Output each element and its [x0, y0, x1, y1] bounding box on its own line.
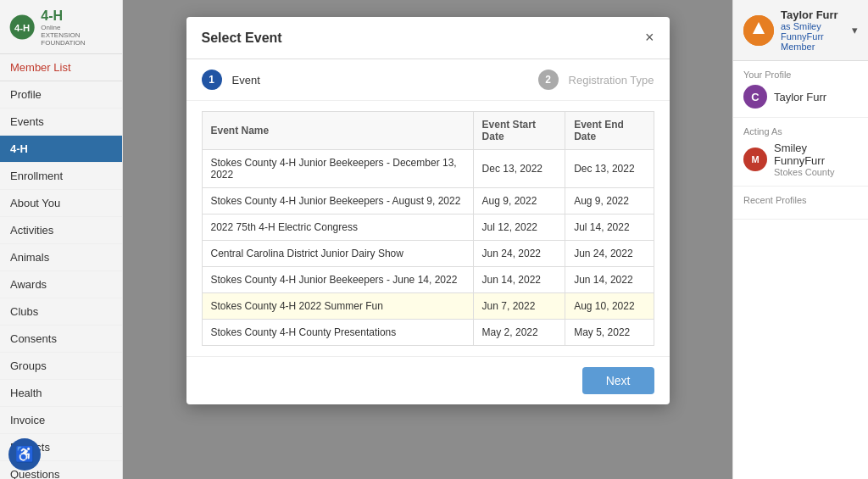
sidebar-item-clubs[interactable]: Clubs: [0, 298, 122, 326]
acting-county: Stokes County: [774, 167, 858, 177]
member-list-link[interactable]: Member List: [0, 54, 122, 81]
step1-label: Event: [232, 74, 260, 86]
next-button[interactable]: Next: [582, 367, 654, 394]
sidebar-item-profile[interactable]: Profile: [0, 81, 122, 109]
col-end-date: Event End Date: [565, 112, 654, 150]
modal-close-button[interactable]: ×: [645, 29, 654, 47]
right-panel-header: Taylor Furr as Smiley FunnyFurr Member ▾: [733, 0, 868, 61]
sidebar-item-events[interactable]: Events: [0, 109, 122, 136]
acting-as-section: Acting As M Smiley FunnyFurr Stokes Coun…: [733, 118, 868, 187]
logo-name: 4-H: [41, 8, 114, 24]
sidebar-item-invoice[interactable]: Invoice: [0, 407, 122, 434]
dropdown-arrow-icon[interactable]: ▾: [852, 24, 858, 36]
svg-text:4‑H: 4‑H: [14, 23, 30, 33]
events-table: Event Name Event Start Date Event End Da…: [202, 111, 654, 346]
right-panel: Taylor Furr as Smiley FunnyFurr Member ▾…: [732, 0, 868, 479]
col-event-name: Event Name: [202, 112, 473, 150]
main-content: Select Event × 1 Event 2 Registration Ty…: [123, 0, 732, 479]
acting-avatar: M: [743, 148, 767, 171]
user-name: Taylor Furr: [781, 8, 845, 21]
sidebar-item-4h[interactable]: 4-H: [0, 136, 122, 163]
table-row[interactable]: 2022 75th 4-H Electric CongressJul 12, 2…: [202, 214, 654, 241]
profile-name: Taylor Furr: [774, 91, 826, 103]
profile-avatar: C: [743, 85, 767, 109]
accessibility-button[interactable]: ♿: [8, 438, 41, 471]
sidebar-item-activities[interactable]: Activities: [0, 217, 122, 244]
select-event-modal: Select Event × 1 Event 2 Registration Ty…: [186, 17, 670, 404]
acting-name: Smiley FunnyFurr: [774, 142, 858, 167]
sidebar-item-enrollment[interactable]: Enrollment: [0, 163, 122, 190]
modal-footer: Next: [186, 356, 670, 404]
recent-profiles-label: Recent Profiles: [743, 195, 858, 205]
sidebar-item-groups[interactable]: Groups: [0, 353, 122, 380]
sidebar: 4‑H 4-H Online EXTENSION FOUNDATION Memb…: [0, 0, 123, 479]
step1-circle: 1: [202, 70, 222, 90]
table-row[interactable]: Stokes County 4-H County PresentationsMa…: [202, 320, 654, 346]
acting-as-label: Acting As: [743, 126, 858, 136]
user-avatar: [743, 15, 774, 46]
modal-steps: 1 Event 2 Registration Type: [186, 59, 670, 101]
your-profile-section: Your Profile C Taylor Furr: [733, 61, 868, 118]
4h-logo-icon: 4‑H: [8, 11, 36, 43]
user-role: as Smiley FunnyFurr Member: [781, 21, 845, 52]
arrow-up-icon: [743, 15, 774, 46]
step2-circle: 2: [538, 70, 559, 90]
col-start-date: Event Start Date: [473, 112, 565, 150]
your-profile-label: Your Profile: [743, 70, 858, 80]
table-row[interactable]: Central Carolina District Junior Dairy S…: [202, 241, 654, 267]
acting-as-row[interactable]: M Smiley FunnyFurr Stokes County: [743, 142, 858, 177]
sidebar-item-health[interactable]: Health: [0, 380, 122, 407]
sidebar-item-about-you[interactable]: About You: [0, 190, 122, 217]
logo-container: 4‑H 4-H Online EXTENSION FOUNDATION: [0, 0, 122, 54]
sidebar-item-animals[interactable]: Animals: [0, 244, 122, 271]
table-row[interactable]: Stokes County 4-H Junior Beekeepers - Au…: [202, 188, 654, 214]
modal-title: Select Event: [202, 31, 282, 46]
logo-sub: Online: [41, 24, 114, 31]
your-profile-row[interactable]: C Taylor Furr: [743, 85, 858, 109]
table-row[interactable]: Stokes County 4-H 2022 Summer FunJun 7, …: [202, 293, 654, 320]
modal-header: Select Event ×: [186, 17, 670, 59]
table-row[interactable]: Stokes County 4-H Junior Beekeepers - Ju…: [202, 267, 654, 293]
table-row[interactable]: Stokes County 4-H Junior Beekeepers - De…: [202, 150, 654, 188]
recent-profiles-section: Recent Profiles: [733, 187, 868, 220]
sidebar-item-awards[interactable]: Awards: [0, 271, 122, 298]
logo-tagline: EXTENSION FOUNDATION: [41, 31, 114, 47]
modal-overlay: Select Event × 1 Event 2 Registration Ty…: [123, 0, 732, 479]
sidebar-item-consents[interactable]: Consents: [0, 326, 122, 353]
modal-body: Event Name Event Start Date Event End Da…: [186, 101, 670, 356]
step2-label: Registration Type: [569, 74, 654, 86]
